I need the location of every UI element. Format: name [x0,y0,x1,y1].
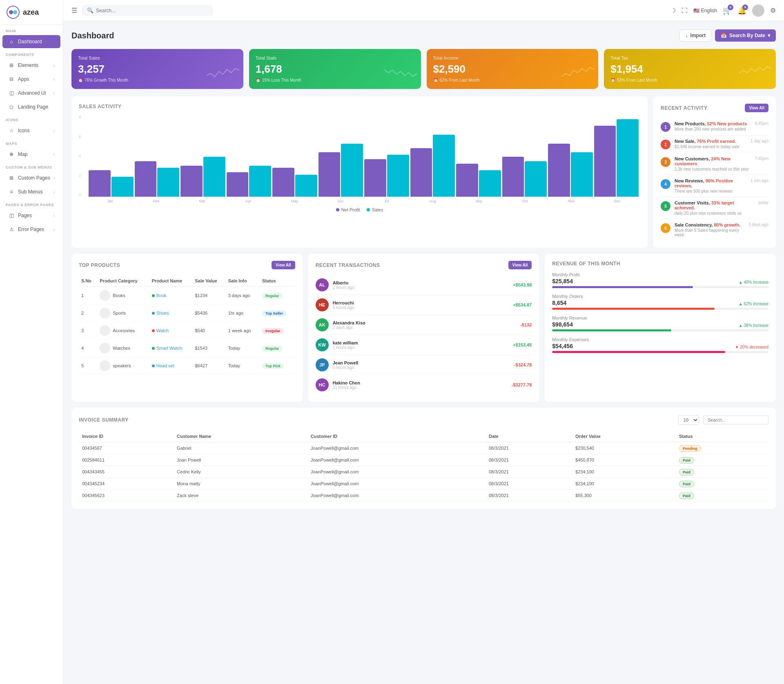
search-input[interactable] [96,8,208,13]
cell-status: Irregular [260,322,295,340]
cart-icon[interactable]: 🛒0 [723,6,732,15]
bar-cyan [433,135,455,197]
activity-desc: More than 5 Sales happening every week [675,228,744,237]
sidebar-item-map[interactable]: ⊕ Map › [2,148,60,161]
invoice-col-customer: Customer Name [174,431,307,442]
list-icon: ≡ [8,189,15,195]
activity-num: 5 [661,201,670,211]
view-all-activity-button[interactable]: View All [745,104,768,112]
cell-info: Today [226,357,260,375]
y-axis: 8 6 4 2 0 [79,115,82,197]
settings-icon[interactable]: ⚙ [770,7,776,14]
invoice-title: INVOICE SUMMARY [79,417,129,423]
fullscreen-icon[interactable]: ⛶ [682,7,688,14]
view-all-transactions-button[interactable]: View All [508,261,532,269]
x-label: Feb [133,199,179,203]
section-label-main: MAIN [0,25,63,35]
map-icon: ⊕ [8,151,15,158]
bar-group [548,144,593,197]
sidebar-item-apps[interactable]: ⊟ Apps › [2,73,60,86]
trans-name: Hakino Chen [333,380,508,385]
invoice-col-cid: Customer ID [307,431,486,442]
sidebar-item-elements[interactable]: ⊞ Elements › [2,59,60,72]
activity-content: New Reviews, 96% Positive reviews. There… [675,178,746,193]
cell-sno: 2 [79,304,97,322]
revenue-label: Monthly Profit [552,272,768,277]
activity-highlight: 24% New customers [675,156,731,166]
import-icon: ↓ [686,33,688,38]
bar-cyan [203,157,225,197]
sidebar-item-icons[interactable]: ☆ Icons › [2,124,60,137]
trans-amount: -$132 [520,322,532,327]
cell-name: Shoes [149,304,193,322]
activity-title: New Reviews, 96% Positive reviews. [675,178,746,188]
activity-desc: More than 200 new products are added [675,127,751,131]
revenue-bar [552,308,714,310]
bar-purple [318,152,341,197]
trans-time: 21 hours ago [333,385,508,390]
per-page-select[interactable]: 10 [678,415,699,425]
activity-time: 1 day ago [751,139,768,143]
import-button[interactable]: ↓ Import [679,29,712,42]
revenue-item: Monthly Expenses $54,456 ▼ 20% decreased [552,337,768,353]
products-table: S.No Product Category Product Name Sale … [79,275,295,375]
chevron-icon: › [53,213,55,218]
revenue-change: ▲ 38% increase [739,323,768,328]
logo[interactable]: azea [0,0,63,25]
invoice-cell-id: 004343455 [79,466,174,478]
activity-time: 6:45pm [755,121,768,126]
invoice-cell-id: 00434567 [79,442,174,454]
sidebar-item-pages[interactable]: ◫ Pages › [2,209,60,222]
revenue-bar-bg [552,308,768,310]
activity-item: 1 New Products, 52% New products More th… [661,118,768,135]
search-by-date-button[interactable]: 📅 Search By Date ▾ [715,29,776,42]
search-bar[interactable]: 🔍 [82,5,213,16]
section-label-custom-menus: CUSTOM & SUB MENUS [0,161,63,171]
table-row: 2 Sports Shoes $5436 1hr ago Top Seller [79,304,295,322]
theme-icon[interactable]: ☽ [670,7,676,14]
view-all-products-button[interactable]: View All [272,261,295,269]
notifications-icon[interactable]: 🔔6 [737,6,746,15]
sidebar-item-custom-pages[interactable]: ⊞ Custom Pages › [2,171,60,184]
stat-label-income: Total Income [433,56,592,60]
invoice-cell-email: JoanPowell@gmail.com [307,442,486,454]
revenue-header: REVENUE OF THIS MONTH [552,261,768,266]
x-label: Jul [364,199,410,203]
activity-card-header: RECENT ACTIVITY View All [661,104,768,112]
activity-time: 7:45pm [755,156,768,161]
user-avatar[interactable] [752,4,764,17]
invoice-search[interactable] [703,415,768,424]
language-selector[interactable]: 🇺🇸 English [693,8,717,13]
revenue-list: Monthly Profit $25,854 ▲ 40% increase Mo… [552,272,768,353]
activity-time: 1 min ago [751,178,768,183]
revenue-label: Monthly Revenue [552,315,768,320]
invoice-row: 004345623 Zack steve JoanPowell@gmail.co… [79,490,768,502]
flag-icon: 🇺🇸 [693,8,699,13]
revenue-bar [552,329,671,331]
invoice-table: Invoice ID Customer Name Customer ID Dat… [79,431,768,502]
cell-value: $5436 [192,304,225,322]
recent-activity-card: RECENT ACTIVITY View All 1 New Products,… [653,96,776,248]
invoice-row: 004345234 Mona matty JoanPowell@gmail.co… [79,478,768,490]
col-status: Status [260,275,295,287]
revenue-change: ▼ 20% decreased [735,345,768,349]
sidebar: azea MAIN ⌂ Dashboard COMPONENTS ⊞ Eleme… [0,0,63,684]
activity-item: 5 Customer Visits, 33% target achieved. … [661,197,768,219]
sidebar-item-error-pages[interactable]: ⚠ Error Pages › [2,223,60,236]
trans-avatar: HC [316,378,329,391]
invoice-cell-customer: Gabriel [174,442,307,454]
menu-icon[interactable]: ☰ [71,7,77,14]
sidebar-item-advanced-ui[interactable]: ◫ Advanced UI › [2,87,60,100]
language-label: English [701,8,717,13]
sidebar-item-sub-menus[interactable]: ≡ Sub Menus › [2,185,60,198]
invoice-cell-id: 004345623 [79,490,174,502]
chart-legend: Net Profit Sales [79,207,640,212]
trans-avatar: JP [316,358,329,371]
activity-time: today [759,200,768,205]
cell-category: Accesories [97,322,149,340]
x-label: Mar [179,199,225,203]
sales-activity-row: SALES ACTIVITY 8 6 4 2 0 [71,96,776,248]
sidebar-item-landing-page[interactable]: ◻ Landing Page [2,100,60,113]
sidebar-item-dashboard[interactable]: ⌂ Dashboard [2,35,60,48]
invoice-cell-date: 08/3/2021 [486,466,572,478]
